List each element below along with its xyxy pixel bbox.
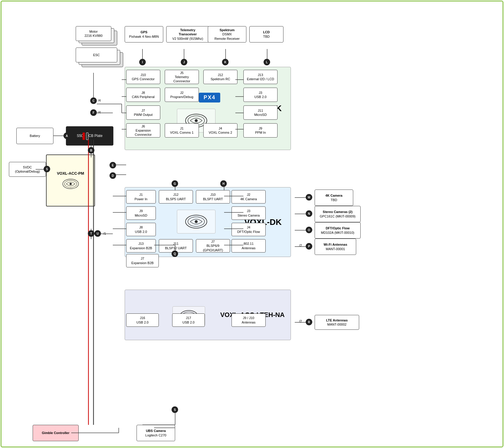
node-p: P bbox=[306, 243, 312, 250]
voxl-j1-power: J1Power In bbox=[126, 190, 156, 204]
fmu-j11-micro: J11MicroSD bbox=[243, 105, 278, 120]
label-slash4-f: /4 bbox=[98, 111, 101, 114]
diagram-container: Motor 2216 KV880 ESC Battery S500 PCB Pl… bbox=[0, 0, 504, 448]
fmu-j8-can: J8CAN Peripheral bbox=[126, 88, 160, 102]
lcd-box: LCD TBD bbox=[249, 26, 283, 42]
voxl-j7-blsp69: J7BLSP6/9 (GPIO/UART) bbox=[196, 239, 230, 253]
node-k: K bbox=[222, 59, 229, 65]
motor-box: Motor 2216 KV880 bbox=[76, 26, 111, 41]
node-m: M bbox=[306, 194, 312, 201]
node-s: S bbox=[172, 406, 178, 413]
node-t: T bbox=[88, 230, 94, 237]
node-n: N bbox=[306, 210, 312, 217]
ubs-camera-box: UBS Camera Logitech C270 bbox=[137, 425, 175, 441]
cam4k-box: 4K Camera TBD bbox=[315, 190, 353, 206]
label-slash1: /1 bbox=[103, 232, 106, 235]
node-o: O bbox=[306, 227, 312, 233]
esc-box: ESC bbox=[76, 48, 117, 62]
fmu-j4-voxl2: J4VOXL Comms 2 bbox=[203, 123, 237, 138]
fmu-j13-ext: J13External I2D / LCD bbox=[243, 70, 278, 84]
telemetry-box: Telemetry Transceiver V2 500mW (915Mhz) bbox=[166, 26, 209, 42]
fmu-j12-spek: J12Spektrum RC bbox=[203, 70, 237, 84]
lteh-j7-exp: J7Expansion B2B bbox=[126, 254, 159, 267]
voxl-j12-blsp5: J12BLSP5 UART bbox=[159, 190, 193, 204]
fmu-j5-tel: J5Telemetry Connnector bbox=[165, 70, 199, 84]
gps-box: GPS Pixhawk 4 Neo-M8N bbox=[125, 26, 163, 42]
fmu-j6-exp: J6Expansion Connnector bbox=[126, 123, 160, 138]
voxl-acc-pm-block: VOXL-ACC-PM AI bbox=[46, 154, 95, 206]
dftflow-box: DFT/Optic Flow MD102A (MKIT-00010) bbox=[315, 222, 361, 239]
voxl-j802: 802.11Antennas bbox=[232, 239, 266, 253]
lteh-j17-usb: J17USB 2.0 bbox=[172, 313, 205, 327]
node-j: J bbox=[181, 59, 187, 65]
fivevdc-box: 5VDC (Optional/Debug) bbox=[9, 162, 46, 177]
s500-box: S500 PCB Plate bbox=[66, 126, 113, 146]
voxl-j3-stereo: J3Stereo Camera bbox=[232, 206, 266, 220]
node-l: L bbox=[264, 59, 270, 65]
lteh-j16-usb: J16USB 2.0 bbox=[126, 313, 159, 327]
gimbal-box: Gimble Controller bbox=[33, 425, 79, 441]
node-a: A bbox=[64, 132, 70, 139]
node-g: G bbox=[172, 180, 178, 187]
label-slash4-c: /4 bbox=[98, 99, 101, 102]
battery-box: Battery bbox=[16, 128, 53, 144]
node-h: H bbox=[220, 180, 227, 187]
fmu-j2-prog: J2Program/Debug bbox=[165, 88, 199, 102]
wifi-box: Wi-Fi Antennas MANT-00001 bbox=[315, 239, 356, 255]
node-s2: S bbox=[44, 166, 50, 172]
voxl-j2-4k: J24K Camera bbox=[232, 190, 266, 204]
voxl-j10-blsp7: J10BLSP7 UART bbox=[196, 190, 230, 204]
svg-text:AI: AI bbox=[70, 183, 72, 185]
fmu-j7-pwm: J7PWM Output bbox=[126, 105, 160, 120]
voxl-j4-dft: J4DFT/Optic Flow bbox=[232, 223, 266, 236]
fmu-j3-usb: J3USB 2.0 bbox=[243, 88, 278, 102]
label-slash2-p: /2 bbox=[299, 244, 302, 247]
label-slash2-r: /2 bbox=[299, 319, 302, 323]
lte-box: LTE Antennas MANT-00002 bbox=[315, 315, 359, 330]
svg-point-58 bbox=[195, 220, 198, 223]
pm-ai-logo: AI bbox=[62, 178, 80, 190]
spektrum-box: Spektrum DSMX Remote Receiver bbox=[208, 26, 246, 42]
node-e: E bbox=[110, 162, 116, 168]
fmu-j10-gps: J10GPS Connector bbox=[126, 70, 160, 84]
fmu-j9-ppm: J9PPM In bbox=[243, 123, 278, 138]
voxl-j13-exp: J13Expansion B2B bbox=[126, 239, 156, 253]
svg-point-55 bbox=[195, 119, 198, 122]
node-b: B bbox=[88, 147, 94, 154]
voxl-j8-usb: J8USB 2.0 bbox=[126, 223, 156, 236]
voxl-ai-logo bbox=[184, 214, 208, 230]
node-c: C bbox=[90, 97, 97, 104]
lteh-j910-ant: J9 / J10Antennas bbox=[232, 313, 266, 327]
fmu-j1-voxl1: J1VOXL Comms 1 bbox=[165, 123, 199, 138]
node-d: D bbox=[110, 172, 116, 179]
node-u: U bbox=[94, 230, 101, 237]
node-i: I bbox=[139, 59, 146, 65]
stereocam-box: Stereo Cameras (2) GPC161C (MKIT-00009) bbox=[315, 206, 361, 222]
voxl-j9-micro: J9MicroSD bbox=[126, 206, 156, 220]
node-f: F bbox=[90, 109, 97, 116]
node-r: R bbox=[306, 319, 312, 325]
node-q: Q bbox=[172, 250, 178, 257]
